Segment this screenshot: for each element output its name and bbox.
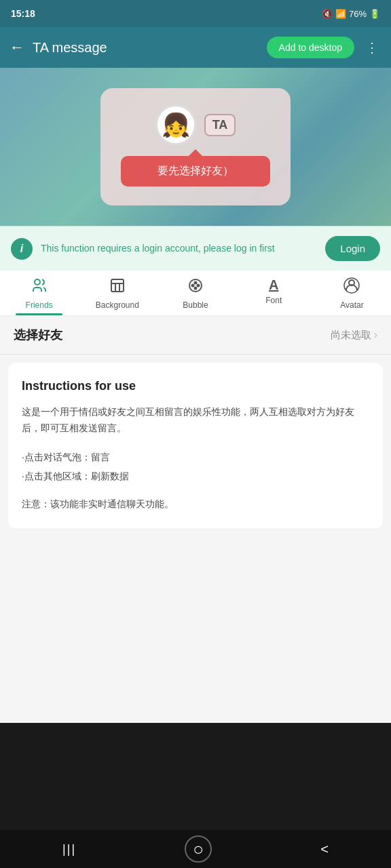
main-content: 选择好友 尚未选取 › Instructions for use 这是一个用于情… (0, 316, 391, 723)
status-icons: 🔇 📶 76% 🔋 (322, 9, 380, 19)
instructions-note: 注意：该功能非实时通信聊天功能。 (22, 496, 369, 513)
login-message: This function requires a login account, … (41, 242, 317, 256)
tab-font-label: Font (265, 296, 282, 305)
login-banner: i This function requires a login account… (0, 226, 391, 271)
instructions-paragraph: 这是一个用于情侣或好友之间互相留言的娱乐性功能，两人互相选取对方为好友后，即可互… (22, 404, 369, 437)
select-friend-label: 选择好友 (14, 327, 62, 343)
svg-point-6 (192, 285, 194, 287)
instructions-card: Instructions for use 这是一个用于情侣或好友之间互相留言的娱… (8, 363, 383, 528)
bottom-navigation: ||| ○ < (0, 830, 391, 868)
wifi-icon: 📶 (335, 9, 346, 19)
font-icon: A (269, 277, 278, 293)
friends-icon (31, 277, 48, 298)
hero-section: 👧 TA 要先选择好友） (0, 68, 391, 226)
not-selected-value[interactable]: 尚未选取 › (331, 329, 377, 342)
status-bar: 15:18 🔇 📶 76% 🔋 (0, 0, 391, 27)
back-button[interactable]: ← (10, 39, 24, 56)
svg-point-0 (35, 279, 40, 285)
svg-rect-1 (111, 279, 124, 292)
nav-back-button[interactable]: < (304, 836, 345, 863)
avatar: 👧 (155, 104, 196, 145)
background-icon (109, 277, 126, 298)
nav-home-button[interactable]: ○ (185, 835, 212, 863)
message-card: 👧 TA 要先选择好友） (100, 88, 291, 205)
tip-2: ·点击其他区域：刷新数据 (22, 471, 129, 481)
select-friend-row[interactable]: 选择好友 尚未选取 › (0, 316, 391, 355)
message-bubble[interactable]: 要先选择好友） (121, 156, 270, 186)
add-to-desktop-button[interactable]: Add to desktop (267, 37, 354, 58)
svg-point-8 (198, 285, 200, 287)
bubble-tab-icon (187, 277, 204, 298)
chevron-right-icon: › (374, 329, 377, 341)
avatar-tab-icon (343, 277, 360, 298)
more-options-icon[interactable]: ⋮ (362, 37, 381, 58)
svg-point-9 (195, 288, 197, 290)
tab-friends-label: Friends (26, 300, 53, 310)
tab-avatar[interactable]: Avatar (313, 271, 391, 315)
nav-menu-button[interactable]: ||| (46, 837, 92, 862)
tab-bubble[interactable]: Bubble (156, 271, 234, 315)
tab-font[interactable]: A Font (235, 271, 313, 315)
page-title: TA message (33, 40, 259, 56)
top-bar: ← TA message Add to desktop ⋮ (0, 27, 391, 68)
tab-background[interactable]: Background (78, 271, 156, 315)
instructions-tips: ·点击对话气泡：留言 ·点击其他区域：刷新数据 (22, 448, 369, 486)
not-selected-text: 尚未选取 (331, 329, 371, 342)
mute-icon: 🔇 (322, 9, 333, 19)
svg-point-7 (195, 282, 197, 284)
status-time: 15:18 (11, 8, 35, 19)
tab-bubble-label: Bubble (183, 300, 208, 310)
bubble-text: 要先选择好友） (157, 165, 234, 176)
tab-friends[interactable]: Friends (0, 271, 78, 315)
login-button[interactable]: Login (325, 236, 380, 261)
ta-badge: TA (204, 114, 236, 136)
avatar-emoji: 👧 (162, 111, 190, 138)
ta-header: 👧 TA (155, 104, 236, 145)
tab-avatar-label: Avatar (340, 300, 363, 310)
tip-1: ·点击对话气泡：留言 (22, 452, 110, 462)
tab-background-label: Background (96, 300, 139, 310)
instructions-title: Instructions for use (22, 379, 369, 393)
tab-bar: Friends Background Bubble A Font (0, 271, 391, 316)
info-icon: i (11, 238, 33, 260)
battery-text: 76% (349, 9, 367, 19)
battery-icon: 🔋 (369, 9, 380, 19)
